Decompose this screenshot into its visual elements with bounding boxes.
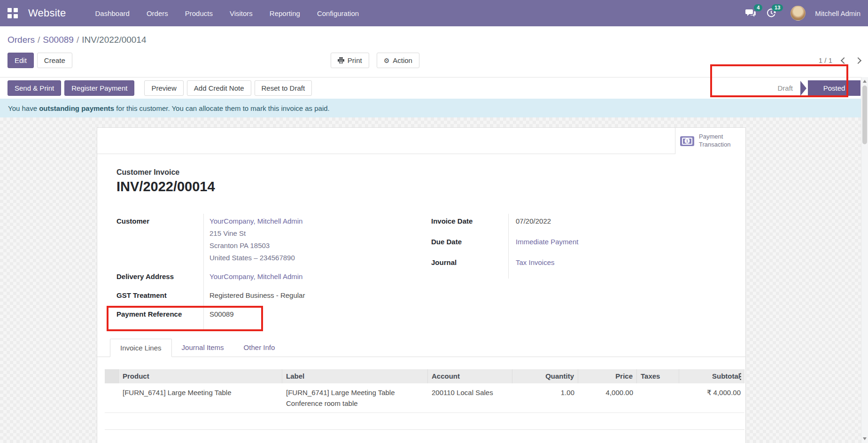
field-journal: Journal Tax Invoices [431, 256, 745, 269]
menu-dashboard[interactable]: Dashboard [88, 6, 136, 21]
button-box-row: Payment Transaction [97, 128, 745, 154]
field-payment-reference: Payment Reference S00089 [116, 308, 431, 320]
menu-visitors[interactable]: Visitors [223, 6, 259, 21]
activities-badge: 13 [772, 4, 783, 11]
vertical-scrollbar[interactable] [861, 77, 868, 443]
customer-address-line: United States – 234567890 [209, 252, 302, 264]
payment-transaction-button[interactable]: Payment Transaction [675, 128, 745, 154]
row-label-cell: [FURN_6741] Large Meeting Table Conferen… [282, 383, 428, 412]
form-view-content: Payment Transaction Customer Invoice INV… [0, 117, 868, 443]
print-label: Print [348, 56, 362, 64]
user-menu[interactable]: Mitchell Admin [815, 9, 860, 17]
field-delivery-address: Delivery Address YourCompany, Mitchell A… [116, 271, 431, 283]
row-label-line1: [FURN_6741] Large Meeting Table [286, 387, 424, 398]
handle-column-header [105, 369, 119, 383]
gst-treatment-label: GST Treatment [116, 289, 203, 302]
stat-button-line1: Payment [699, 133, 723, 140]
row-quantity-cell: 1.00 [512, 383, 578, 412]
messages-icon[interactable]: 4 [743, 6, 759, 20]
document-type-label: Customer Invoice [116, 168, 745, 177]
invoice-lines-table: Product Label Account Quantity Price Tax… [105, 369, 744, 430]
scrollbar-down-arrow[interactable] [863, 437, 867, 440]
apps-grid-icon[interactable] [8, 8, 18, 18]
pager-previous-icon[interactable] [841, 57, 847, 63]
journal-label: Journal [431, 256, 508, 269]
delivery-address-link[interactable]: YourCompany, Mitchell Admin [209, 272, 302, 280]
field-gst-treatment: GST Treatment Registered Business - Regu… [116, 289, 431, 302]
breadcrumb: Orders/S00089/INV/2022/00014 [8, 26, 860, 45]
navbar-systray: 4 13 Mitchell Admin [743, 6, 860, 21]
customer-address-line: Scranton PA 18503 [209, 240, 302, 252]
edit-button[interactable]: Edit [8, 53, 34, 68]
breadcrumb-sale-order[interactable]: S00089 [43, 35, 74, 45]
create-button[interactable]: Create [37, 53, 72, 68]
banner-text-suffix: for this customer. You can allocate them… [114, 104, 330, 112]
activities-clock-icon[interactable]: 13 [763, 6, 779, 20]
invoice-date-value: 07/20/2022 [508, 215, 551, 227]
column-header-product[interactable]: Product [119, 369, 282, 383]
optional-columns-icon[interactable] [740, 376, 741, 377]
banner-text-prefix: You have [8, 104, 39, 112]
status-widget: Draft Posted [777, 80, 860, 96]
tab-journal-items[interactable]: Journal Items [172, 339, 234, 357]
status-posted[interactable]: Posted [808, 80, 860, 96]
status-draft[interactable]: Draft [777, 84, 793, 92]
control-panel-buttons-row: Edit Create Print ⚙ Action 1 / 1 [8, 53, 860, 68]
banknote-icon [680, 136, 694, 146]
banner-text-bold: outstanding payments [39, 104, 114, 112]
messages-badge: 4 [754, 4, 762, 11]
field-separator-line [203, 214, 204, 329]
print-button[interactable]: Print [331, 53, 369, 68]
main-menu: Dashboard Orders Products Visitors Repor… [88, 6, 365, 21]
row-account-cell: 200110 Local Sales [428, 383, 512, 412]
send-print-button[interactable]: Send & Print [8, 80, 61, 96]
form-statusbar: Send & Print Register Payment Preview Ad… [0, 77, 868, 99]
table-header-row: Product Label Account Quantity Price Tax… [105, 369, 744, 383]
menu-configuration[interactable]: Configuration [310, 6, 365, 21]
invoice-sheet: Payment Transaction Customer Invoice INV… [97, 127, 746, 443]
preview-button[interactable]: Preview [144, 80, 183, 96]
journal-link[interactable]: Tax Invoices [516, 258, 555, 266]
menu-orders[interactable]: Orders [140, 6, 175, 21]
subtotal-header-label: Subtotal [712, 372, 740, 380]
customer-link[interactable]: YourCompany, Mitchell Admin [209, 215, 302, 227]
tab-invoice-lines[interactable]: Invoice Lines [110, 339, 172, 357]
outstanding-payments-banner: You have outstanding payments for this c… [0, 99, 868, 117]
statusbar-buttons: Send & Print Register Payment Preview Ad… [8, 80, 312, 96]
fields-left-column: Customer YourCompany, Mitchell Admin 215… [116, 215, 431, 327]
menu-reporting[interactable]: Reporting [263, 6, 307, 21]
status-arrow-icon [800, 81, 806, 96]
app-name[interactable]: Website [28, 7, 66, 19]
due-date-label: Due Date [431, 236, 508, 248]
column-header-quantity[interactable]: Quantity [512, 369, 578, 383]
pager-next-icon[interactable] [855, 57, 861, 63]
column-header-price[interactable]: Price [578, 369, 637, 383]
column-header-label[interactable]: Label [282, 369, 428, 383]
row-handle-cell [105, 383, 119, 412]
gst-treatment-value: Registered Business - Regular [203, 289, 305, 302]
table-row[interactable]: [FURN_6741] Large Meeting Table [FURN_67… [105, 383, 744, 413]
top-navbar: Website Dashboard Orders Products Visito… [0, 0, 868, 26]
breadcrumb-orders[interactable]: Orders [8, 35, 35, 45]
row-taxes-cell [637, 383, 679, 412]
column-header-account[interactable]: Account [428, 369, 512, 383]
user-avatar[interactable] [790, 6, 806, 21]
notebook-tabs: Invoice Lines Journal Items Other Info [97, 338, 745, 357]
scrollbar-thumb[interactable] [862, 85, 867, 144]
fields-group: Customer YourCompany, Mitchell Admin 215… [116, 215, 745, 327]
control-panel: Orders/S00089/INV/2022/00014 Edit Create… [0, 26, 868, 77]
field-due-date: Due Date Immediate Payment [431, 236, 745, 248]
reset-to-draft-button[interactable]: Reset to Draft [255, 80, 312, 96]
scrollbar-up-arrow[interactable] [863, 80, 867, 83]
action-button[interactable]: ⚙ Action [377, 53, 419, 68]
customer-address-line: 215 Vine St [209, 227, 302, 240]
menu-products[interactable]: Products [178, 6, 219, 21]
add-credit-note-button[interactable]: Add Credit Note [187, 80, 251, 96]
tab-other-info[interactable]: Other Info [234, 339, 285, 357]
due-date-link[interactable]: Immediate Payment [516, 238, 578, 246]
invoice-date-label: Invoice Date [431, 215, 508, 227]
column-header-taxes[interactable]: Taxes [637, 369, 679, 383]
register-payment-button[interactable]: Register Payment [64, 80, 134, 96]
column-header-subtotal[interactable]: Subtotal [679, 369, 744, 383]
action-label: Action [393, 56, 412, 64]
